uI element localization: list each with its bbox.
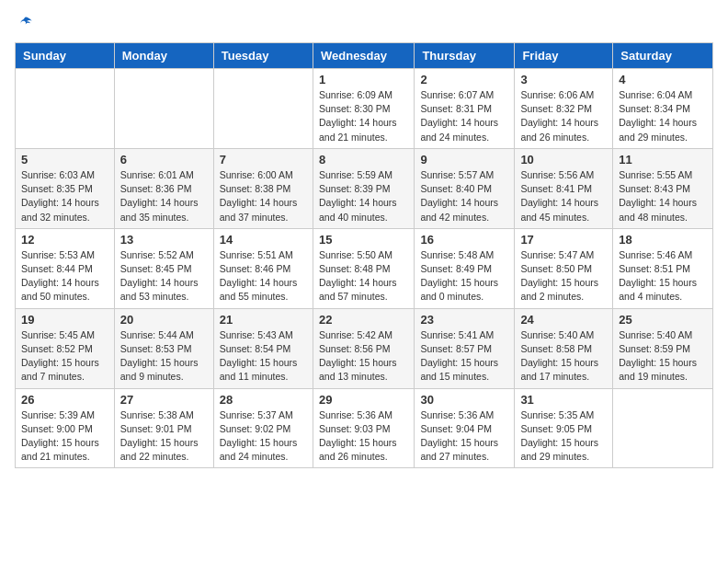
day-info: Sunrise: 5:48 AMSunset: 8:49 PMDaylight:… — [420, 248, 508, 304]
calendar-week-row: 5Sunrise: 6:03 AMSunset: 8:35 PMDaylight… — [16, 148, 713, 228]
day-number: 12 — [21, 233, 108, 247]
day-info: Sunrise: 5:44 AMSunset: 8:53 PMDaylight:… — [120, 328, 208, 385]
day-info: Sunrise: 5:46 AMSunset: 8:51 PMDaylight:… — [619, 248, 707, 304]
day-info: Sunrise: 6:01 AMSunset: 8:36 PMDaylight:… — [120, 168, 208, 224]
col-header-tuesday: Tuesday — [213, 43, 313, 69]
calendar-cell: 10Sunrise: 5:56 AMSunset: 8:41 PMDayligh… — [515, 148, 613, 228]
day-number: 16 — [420, 233, 508, 247]
day-info: Sunrise: 5:45 AMSunset: 8:52 PMDaylight:… — [21, 328, 108, 385]
day-number: 1 — [319, 73, 408, 86]
day-number: 13 — [120, 233, 208, 247]
calendar-cell: 29Sunrise: 5:36 AMSunset: 9:03 PMDayligh… — [313, 388, 414, 468]
calendar-cell: 17Sunrise: 5:47 AMSunset: 8:50 PMDayligh… — [515, 228, 613, 308]
day-info: Sunrise: 5:38 AMSunset: 9:01 PMDaylight:… — [120, 408, 208, 465]
day-info: Sunrise: 5:56 AMSunset: 8:41 PMDaylight:… — [520, 168, 607, 224]
day-number: 24 — [520, 313, 607, 327]
logo — [15, 15, 35, 33]
day-number: 19 — [21, 313, 108, 327]
calendar-cell: 14Sunrise: 5:51 AMSunset: 8:46 PMDayligh… — [213, 228, 313, 308]
logo-bird-icon — [17, 15, 35, 33]
day-number: 25 — [619, 313, 707, 327]
calendar-cell — [16, 69, 115, 149]
calendar-week-row: 19Sunrise: 5:45 AMSunset: 8:52 PMDayligh… — [16, 308, 713, 388]
day-info: Sunrise: 6:09 AMSunset: 8:30 PMDaylight:… — [319, 88, 408, 144]
day-info: Sunrise: 5:40 AMSunset: 8:58 PMDaylight:… — [520, 328, 607, 385]
page-header — [15, 15, 713, 33]
day-info: Sunrise: 5:35 AMSunset: 9:05 PMDaylight:… — [520, 408, 607, 465]
day-number: 9 — [420, 153, 508, 167]
day-info: Sunrise: 5:51 AMSunset: 8:46 PMDaylight:… — [220, 248, 307, 304]
day-info: Sunrise: 5:36 AMSunset: 9:04 PMDaylight:… — [420, 408, 508, 465]
col-header-wednesday: Wednesday — [313, 43, 414, 69]
calendar-cell: 19Sunrise: 5:45 AMSunset: 8:52 PMDayligh… — [16, 308, 115, 388]
calendar-cell: 21Sunrise: 5:43 AMSunset: 8:54 PMDayligh… — [213, 308, 313, 388]
day-info: Sunrise: 5:36 AMSunset: 9:03 PMDaylight:… — [319, 408, 408, 465]
calendar-cell: 25Sunrise: 5:40 AMSunset: 8:59 PMDayligh… — [613, 308, 713, 388]
col-header-thursday: Thursday — [415, 43, 515, 69]
calendar-cell: 8Sunrise: 5:59 AMSunset: 8:39 PMDaylight… — [313, 148, 414, 228]
calendar-cell: 31Sunrise: 5:35 AMSunset: 9:05 PMDayligh… — [515, 388, 613, 468]
calendar-cell: 4Sunrise: 6:04 AMSunset: 8:34 PMDaylight… — [613, 69, 713, 149]
calendar-cell: 27Sunrise: 5:38 AMSunset: 9:01 PMDayligh… — [114, 388, 213, 468]
col-header-monday: Monday — [114, 43, 213, 69]
calendar-cell: 18Sunrise: 5:46 AMSunset: 8:51 PMDayligh… — [613, 228, 713, 308]
calendar-cell: 5Sunrise: 6:03 AMSunset: 8:35 PMDaylight… — [16, 148, 115, 228]
day-info: Sunrise: 5:53 AMSunset: 8:44 PMDaylight:… — [21, 248, 108, 304]
calendar-cell: 2Sunrise: 6:07 AMSunset: 8:31 PMDaylight… — [415, 69, 515, 149]
calendar-week-row: 1Sunrise: 6:09 AMSunset: 8:30 PMDaylight… — [16, 69, 713, 149]
day-info: Sunrise: 5:57 AMSunset: 8:40 PMDaylight:… — [420, 168, 508, 224]
col-header-sunday: Sunday — [16, 43, 115, 69]
calendar-cell: 24Sunrise: 5:40 AMSunset: 8:58 PMDayligh… — [515, 308, 613, 388]
calendar-cell: 26Sunrise: 5:39 AMSunset: 9:00 PMDayligh… — [16, 388, 115, 468]
day-number: 26 — [21, 393, 108, 407]
calendar-cell: 13Sunrise: 5:52 AMSunset: 8:45 PMDayligh… — [114, 228, 213, 308]
day-info: Sunrise: 6:07 AMSunset: 8:31 PMDaylight:… — [420, 88, 508, 144]
day-info: Sunrise: 5:37 AMSunset: 9:02 PMDaylight:… — [220, 408, 307, 465]
day-number: 30 — [420, 393, 508, 407]
day-number: 5 — [21, 153, 108, 167]
day-info: Sunrise: 5:40 AMSunset: 8:59 PMDaylight:… — [619, 328, 707, 385]
day-info: Sunrise: 6:06 AMSunset: 8:32 PMDaylight:… — [520, 88, 607, 144]
day-number: 11 — [619, 153, 707, 167]
day-number: 22 — [319, 313, 408, 327]
day-number: 15 — [319, 233, 408, 247]
day-number: 8 — [319, 153, 408, 167]
calendar-cell: 7Sunrise: 6:00 AMSunset: 8:38 PMDaylight… — [213, 148, 313, 228]
calendar-cell: 23Sunrise: 5:41 AMSunset: 8:57 PMDayligh… — [415, 308, 515, 388]
day-info: Sunrise: 6:03 AMSunset: 8:35 PMDaylight:… — [21, 168, 108, 224]
calendar-cell: 22Sunrise: 5:42 AMSunset: 8:56 PMDayligh… — [313, 308, 414, 388]
day-number: 6 — [120, 153, 208, 167]
day-number: 28 — [220, 393, 307, 407]
day-info: Sunrise: 5:47 AMSunset: 8:50 PMDaylight:… — [520, 248, 607, 304]
day-number: 2 — [420, 73, 508, 86]
day-number: 4 — [619, 73, 707, 86]
day-info: Sunrise: 5:52 AMSunset: 8:45 PMDaylight:… — [120, 248, 208, 304]
calendar-header-row: SundayMondayTuesdayWednesdayThursdayFrid… — [16, 43, 713, 69]
calendar-cell: 3Sunrise: 6:06 AMSunset: 8:32 PMDaylight… — [515, 69, 613, 149]
calendar-week-row: 12Sunrise: 5:53 AMSunset: 8:44 PMDayligh… — [16, 228, 713, 308]
calendar-cell — [613, 388, 713, 468]
calendar-table: SundayMondayTuesdayWednesdayThursdayFrid… — [15, 42, 713, 468]
calendar-week-row: 26Sunrise: 5:39 AMSunset: 9:00 PMDayligh… — [16, 388, 713, 468]
day-number: 21 — [220, 313, 307, 327]
day-number: 14 — [220, 233, 307, 247]
day-number: 18 — [619, 233, 707, 247]
day-info: Sunrise: 6:00 AMSunset: 8:38 PMDaylight:… — [220, 168, 307, 224]
day-number: 31 — [520, 393, 607, 407]
day-info: Sunrise: 5:59 AMSunset: 8:39 PMDaylight:… — [319, 168, 408, 224]
day-info: Sunrise: 5:55 AMSunset: 8:43 PMDaylight:… — [619, 168, 707, 224]
calendar-cell: 30Sunrise: 5:36 AMSunset: 9:04 PMDayligh… — [415, 388, 515, 468]
calendar-cell: 12Sunrise: 5:53 AMSunset: 8:44 PMDayligh… — [16, 228, 115, 308]
calendar-cell: 1Sunrise: 6:09 AMSunset: 8:30 PMDaylight… — [313, 69, 414, 149]
day-number: 10 — [520, 153, 607, 167]
col-header-friday: Friday — [515, 43, 613, 69]
day-number: 7 — [220, 153, 307, 167]
day-info: Sunrise: 5:43 AMSunset: 8:54 PMDaylight:… — [220, 328, 307, 385]
calendar-cell: 6Sunrise: 6:01 AMSunset: 8:36 PMDaylight… — [114, 148, 213, 228]
day-number: 29 — [319, 393, 408, 407]
day-info: Sunrise: 5:39 AMSunset: 9:00 PMDaylight:… — [21, 408, 108, 465]
calendar-cell — [114, 69, 213, 149]
day-info: Sunrise: 5:42 AMSunset: 8:56 PMDaylight:… — [319, 328, 408, 385]
calendar-cell: 28Sunrise: 5:37 AMSunset: 9:02 PMDayligh… — [213, 388, 313, 468]
day-number: 20 — [120, 313, 208, 327]
